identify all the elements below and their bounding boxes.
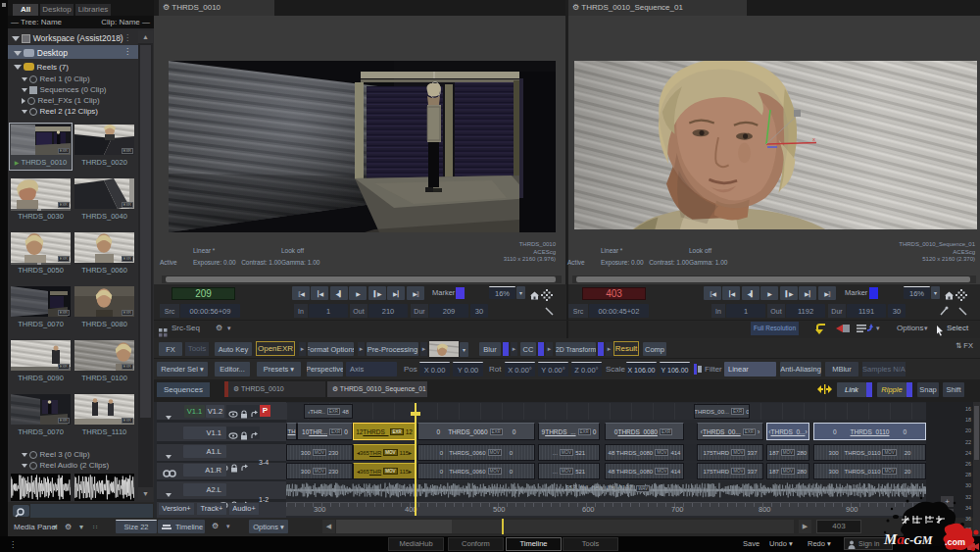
svg-text:x: x (812, 136, 815, 142)
svg-text:.com: .com (945, 537, 965, 547)
svg-text:Mac-GM: Mac-GM (883, 531, 933, 547)
